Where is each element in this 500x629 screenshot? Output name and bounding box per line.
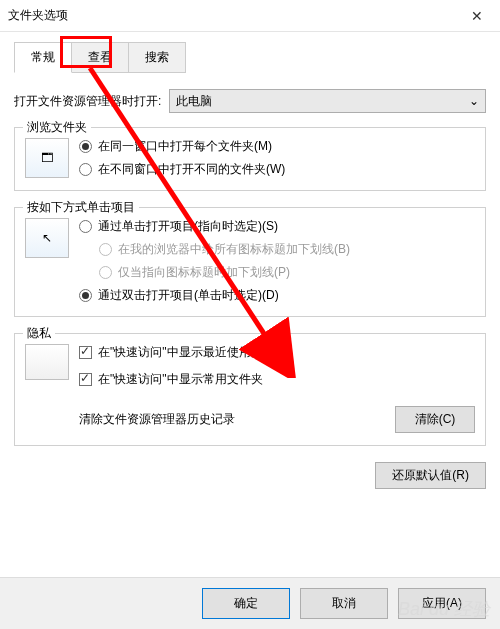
apply-button[interactable]: 应用(A): [398, 588, 486, 619]
click-double-radio[interactable]: 通过双击打开项目(单击时选定)(D): [79, 287, 475, 304]
tab-search[interactable]: 搜索: [128, 42, 186, 73]
click-single-radio[interactable]: 通过单击打开项目(指向时选定)(S): [79, 218, 475, 235]
open-with-label: 打开文件资源管理器时打开:: [14, 93, 161, 110]
radio-icon: [79, 289, 92, 302]
clear-history-label: 清除文件资源管理器历史记录: [79, 411, 235, 428]
radio-icon: [79, 163, 92, 176]
browse-diff-radio[interactable]: 在不同窗口中打开不同的文件夹(W): [79, 161, 475, 178]
radio-icon: [79, 140, 92, 153]
checkbox-icon: [79, 346, 92, 359]
browse-title: 浏览文件夹: [23, 119, 91, 136]
folder-window-icon: 🗔: [25, 138, 69, 178]
clear-button[interactable]: 清除(C): [395, 406, 475, 433]
browse-group: 浏览文件夹 🗔 在同一窗口中打开每个文件夹(M) 在不同窗口中打开不同的文件夹(…: [14, 127, 486, 191]
tab-strip: 常规 查看 搜索: [14, 42, 486, 73]
window-title: 文件夹选项: [8, 7, 462, 24]
open-with-select[interactable]: 此电脑 ⌄: [169, 89, 486, 113]
titlebar: 文件夹选项 ✕: [0, 0, 500, 32]
radio-icon: [99, 243, 112, 256]
cursor-icon: ↖: [25, 218, 69, 258]
click-group: 按如下方式单击项目 ↖ 通过单击打开项目(指向时选定)(S) 在我的浏览器中给所…: [14, 207, 486, 317]
radio-icon: [99, 266, 112, 279]
ok-button[interactable]: 确定: [202, 588, 290, 619]
underline-browser-radio: 在我的浏览器中给所有图标标题加下划线(B): [99, 241, 475, 258]
checkbox-icon: [79, 373, 92, 386]
chevron-down-icon: ⌄: [469, 94, 479, 108]
dialog-content: 常规 查看 搜索 打开文件资源管理器时打开: 此电脑 ⌄ 浏览文件夹 🗔 在同一…: [0, 32, 500, 489]
restore-row: 还原默认值(R): [14, 462, 486, 489]
tab-general[interactable]: 常规: [14, 42, 72, 73]
privacy-icon: [25, 344, 69, 380]
browse-same-radio[interactable]: 在同一窗口中打开每个文件夹(M): [79, 138, 475, 155]
privacy-group: 隐私 在"快速访问"中显示最近使用的文件 在"快速访问"中显示常用文件夹 清除文…: [14, 333, 486, 446]
click-title: 按如下方式单击项目: [23, 199, 139, 216]
underline-point-radio: 仅当指向图标标题时加下划线(P): [99, 264, 475, 281]
privacy-recent-check[interactable]: 在"快速访问"中显示最近使用的文件: [79, 344, 475, 361]
clear-history-row: 清除文件资源管理器历史记录 清除(C): [79, 406, 475, 433]
radio-icon: [79, 220, 92, 233]
open-with-row: 打开文件资源管理器时打开: 此电脑 ⌄: [14, 89, 486, 113]
restore-defaults-button[interactable]: 还原默认值(R): [375, 462, 486, 489]
dialog-footer: 确定 取消 应用(A): [0, 577, 500, 629]
privacy-title: 隐私: [23, 325, 55, 342]
privacy-frequent-check[interactable]: 在"快速访问"中显示常用文件夹: [79, 371, 475, 388]
cancel-button[interactable]: 取消: [300, 588, 388, 619]
close-icon[interactable]: ✕: [462, 8, 492, 24]
open-with-value: 此电脑: [176, 93, 212, 110]
tab-view[interactable]: 查看: [71, 42, 129, 73]
